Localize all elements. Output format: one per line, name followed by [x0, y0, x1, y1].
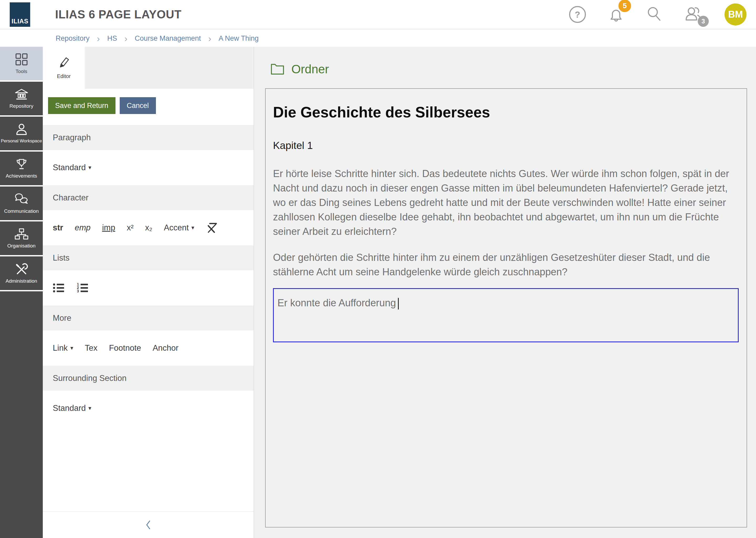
main-sidebar: Tools Repository	[0, 47, 43, 538]
editor-slate: Editor Save and Return Cancel Paragraph …	[43, 47, 254, 538]
strong-button[interactable]: str	[53, 223, 63, 233]
sidebar-item-administration[interactable]: Administration	[0, 256, 43, 291]
chevron-down-icon: ▾	[88, 405, 91, 412]
link-dropdown[interactable]: Link ▾	[53, 343, 73, 353]
page-title: ILIAS 6 PAGE LAYOUT	[55, 8, 181, 21]
numbered-list-button[interactable]: 1 2 3	[77, 282, 90, 294]
section-character-body: str emp imp x² x₂ Accent ▾	[43, 210, 254, 245]
editor-actions: Save and Return Cancel	[48, 97, 254, 114]
paragraph-style-value: Standard	[53, 163, 86, 172]
section-paragraph-header: Paragraph	[43, 125, 254, 150]
top-bar: ILIAS ILIAS 6 PAGE LAYOUT ? 5	[0, 0, 756, 29]
folder-icon	[270, 63, 285, 75]
search-button[interactable]	[646, 6, 662, 23]
clear-format-button[interactable]	[206, 222, 217, 233]
accent-dropdown[interactable]: Accent ▾	[164, 223, 194, 233]
sidebar-item-personal-workspace[interactable]: Personal Workspace	[0, 117, 43, 152]
notification-badge: 5	[618, 0, 631, 12]
notifications-button[interactable]: 5	[608, 6, 624, 23]
section-lists-header: Lists	[43, 245, 254, 270]
sidebar-item-repository[interactable]: Repository	[0, 82, 43, 117]
subscript-button[interactable]: x₂	[145, 223, 153, 233]
cancel-button[interactable]: Cancel	[120, 97, 156, 114]
superscript-button[interactable]: x²	[127, 223, 134, 233]
workspace: Ordner Die Geschichte des Silbersees Kap…	[254, 47, 756, 538]
section-character-header: Character	[43, 185, 254, 210]
breadcrumb: Repository › HS › Course Management › A …	[0, 30, 756, 47]
editing-text: Er konnte die Aufforderung	[277, 297, 396, 308]
paragraph-block-1[interactable]: Er hörte leise Schritte hinter sich. Das…	[273, 167, 739, 239]
chevron-down-icon: ▾	[191, 224, 194, 231]
chevron-down-icon: ▾	[71, 345, 73, 351]
object-title-row: Ordner	[270, 62, 756, 76]
sidebar-item-label: Repository	[10, 103, 33, 109]
chevron-right-icon: ›	[208, 34, 211, 43]
tab-editor-label: Editor	[57, 73, 71, 79]
sidebar-item-label: Achievements	[6, 173, 37, 179]
footnote-button[interactable]: Footnote	[109, 343, 141, 353]
avatar[interactable]: BM	[725, 3, 746, 26]
help-icon: ?	[569, 6, 586, 23]
collapse-panel-button[interactable]	[43, 511, 254, 538]
chevron-right-icon: ›	[97, 34, 100, 43]
sidebar-item-communication[interactable]: Communication	[0, 187, 43, 221]
accent-label: Accent	[164, 223, 189, 233]
chat-bubbles-icon	[14, 193, 29, 205]
sidebar-item-label: Tools	[16, 69, 27, 74]
emphasis-button[interactable]: emp	[75, 223, 91, 233]
anchor-button[interactable]: Anchor	[153, 343, 178, 353]
crossed-tools-icon	[15, 263, 28, 275]
ilias-app: ILIAS ILIAS 6 PAGE LAYOUT ? 5	[0, 0, 756, 538]
sidebar-item-organisation[interactable]: Organisation	[0, 221, 43, 256]
section-surrounding-header: Surrounding Section	[43, 366, 254, 391]
ilias-logo: ILIAS	[10, 2, 30, 27]
breadcrumb-repository[interactable]: Repository	[56, 34, 89, 42]
surrounding-style-value: Standard	[53, 404, 86, 413]
tex-button[interactable]: Tex	[85, 343, 97, 353]
section-more-header: More	[43, 305, 254, 331]
trophy-icon	[15, 158, 28, 170]
org-chart-icon	[14, 228, 29, 240]
chevron-down-icon: ▾	[88, 164, 91, 171]
sidebar-item-label: Communication	[4, 208, 39, 214]
numbered-list-icon: 1 2 3	[77, 282, 90, 294]
person-icon	[15, 124, 28, 135]
section-lists-body: 1 2 3	[43, 270, 254, 305]
breadcrumb-hs[interactable]: HS	[107, 34, 117, 42]
active-edit-area[interactable]: Er konnte die Aufforderung	[273, 288, 739, 342]
bank-icon	[14, 88, 29, 100]
save-and-return-button[interactable]: Save and Return	[48, 97, 116, 114]
tab-editor[interactable]: Editor	[43, 47, 85, 89]
chapter-heading: Kapitel 1	[273, 140, 739, 151]
text-cursor	[398, 298, 399, 309]
svg-text:3: 3	[77, 289, 79, 293]
sidebar-item-achievements[interactable]: Achievements	[0, 152, 43, 187]
contacts-badge: 3	[698, 16, 709, 27]
object-title: Ordner	[291, 62, 329, 76]
search-icon	[646, 6, 662, 23]
content-area: Tools Repository	[0, 47, 756, 538]
important-button[interactable]: imp	[102, 223, 115, 233]
link-label: Link	[53, 343, 68, 353]
top-icon-group: ? 5	[569, 3, 746, 26]
breadcrumb-course-management[interactable]: Course Management	[135, 34, 201, 42]
help-button[interactable]: ?	[569, 6, 586, 23]
sidebar-item-label: Administration	[6, 278, 37, 284]
editor-tab-bar: Editor	[43, 47, 254, 89]
paragraph-style-dropdown[interactable]: Standard ▾	[53, 163, 91, 172]
contacts-button[interactable]: 3	[684, 6, 702, 23]
surrounding-style-dropdown[interactable]: Standard ▾	[53, 404, 91, 413]
sidebar-item-label: Organisation	[7, 243, 36, 249]
clear-format-icon	[206, 222, 217, 233]
paragraph-block-2[interactable]: Oder gehörten die Schritte hinter ihm zu…	[273, 250, 739, 279]
grid-icon	[15, 53, 28, 66]
bullet-list-button[interactable]	[53, 282, 65, 294]
pencil-icon	[58, 56, 70, 69]
section-more-body: Link ▾ Tex Footnote Anchor	[43, 331, 254, 366]
sidebar-item-tools[interactable]: Tools	[0, 47, 43, 82]
chevron-left-icon	[145, 519, 152, 531]
breadcrumb-a-new-thing[interactable]: A New Thing	[219, 34, 259, 42]
bullet-list-icon	[53, 282, 65, 294]
chevron-right-icon: ›	[124, 34, 127, 43]
sidebar-filler	[0, 291, 43, 538]
